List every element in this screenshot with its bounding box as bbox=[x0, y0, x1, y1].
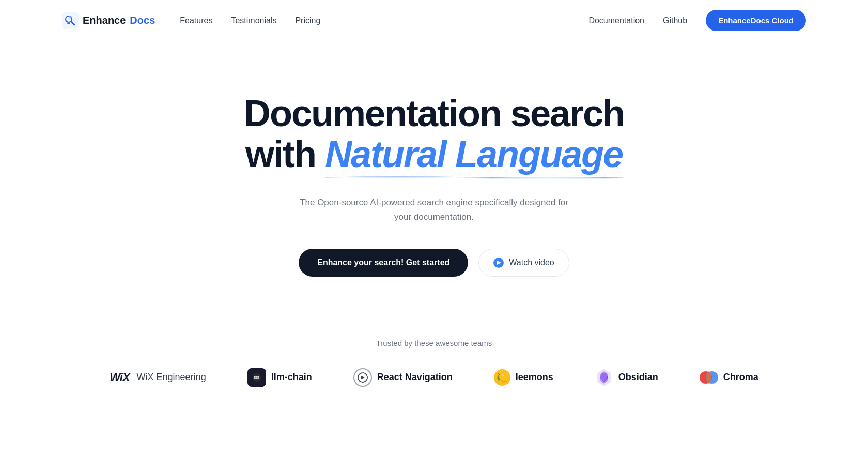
hero-actions: Enhance your search! Get started Watch v… bbox=[299, 249, 569, 277]
leemons-badge-icon: 🍋 bbox=[494, 369, 510, 386]
trusted-label: Trusted by these awesome teams bbox=[62, 339, 806, 348]
react-label: React Navigation bbox=[377, 372, 453, 383]
logo-react: React Navigation bbox=[353, 368, 453, 387]
get-started-button[interactable]: Enhance your search! Get started bbox=[299, 249, 468, 277]
svg-marker-10 bbox=[361, 376, 365, 379]
hero-section: Documentation search with Natural Langua… bbox=[0, 41, 868, 318]
svg-point-6 bbox=[255, 376, 256, 378]
nav-pricing[interactable]: Pricing bbox=[295, 16, 320, 25]
wix-logo-icon: WiX bbox=[110, 371, 129, 384]
navbar: EnhanceDocs Features Testimonials Pricin… bbox=[0, 0, 868, 41]
nav-github[interactable]: Github bbox=[663, 16, 687, 25]
nav-links: Features Testimonials Pricing bbox=[180, 16, 320, 25]
watch-video-button[interactable]: Watch video bbox=[478, 249, 569, 277]
logo-obsidian: Obsidian bbox=[595, 368, 658, 387]
hero-title: Documentation search with Natural Langua… bbox=[244, 93, 624, 175]
svg-point-3 bbox=[69, 16, 72, 19]
logo-chroma: Chroma bbox=[700, 368, 758, 387]
obsidian-badge-icon bbox=[595, 368, 613, 387]
nav-right: Documentation Github EnhanceDocs Cloud bbox=[588, 10, 806, 31]
trusted-logos: WiX WiX Engineering llm-chain bbox=[62, 368, 806, 387]
chroma-badge-icon bbox=[700, 368, 718, 387]
llm-label: llm-chain bbox=[271, 372, 312, 383]
nav-testimonials[interactable]: Testimonials bbox=[231, 16, 276, 25]
react-badge-icon bbox=[353, 368, 372, 387]
cloud-cta-button[interactable]: EnhanceDocs Cloud bbox=[706, 10, 806, 31]
trusted-section: Trusted by these awesome teams WiX WiX E… bbox=[0, 318, 868, 418]
nav-documentation[interactable]: Documentation bbox=[588, 16, 644, 25]
obsidian-label: Obsidian bbox=[618, 372, 658, 383]
logo[interactable]: EnhanceDocs bbox=[62, 12, 155, 29]
nav-features[interactable]: Features bbox=[180, 16, 212, 25]
logo-llm: llm-chain bbox=[247, 368, 312, 387]
chroma-label: Chroma bbox=[723, 372, 758, 383]
svg-point-7 bbox=[257, 376, 258, 378]
logo-leemons: 🍋 leemons bbox=[494, 369, 553, 386]
hero-title-line1: Documentation search bbox=[244, 93, 624, 134]
logo-wix: WiX WiX Engineering bbox=[110, 371, 206, 384]
nav-left: EnhanceDocs Features Testimonials Pricin… bbox=[62, 12, 320, 29]
brand-enhance: Enhance bbox=[83, 14, 126, 26]
leemons-label: leemons bbox=[516, 372, 553, 383]
svg-point-17 bbox=[706, 371, 711, 384]
hero-title-highlight: Natural Language bbox=[325, 134, 623, 175]
hero-subtitle: The Open-source AI-powered search engine… bbox=[300, 195, 568, 223]
play-icon bbox=[493, 258, 504, 268]
brand-docs: Docs bbox=[130, 14, 155, 26]
hero-title-with: with bbox=[245, 133, 316, 175]
logo-icon bbox=[62, 12, 79, 29]
watch-video-label: Watch video bbox=[509, 258, 554, 267]
llm-badge-icon bbox=[247, 368, 266, 387]
wix-label: WiX Engineering bbox=[137, 372, 206, 383]
svg-rect-0 bbox=[62, 12, 79, 29]
